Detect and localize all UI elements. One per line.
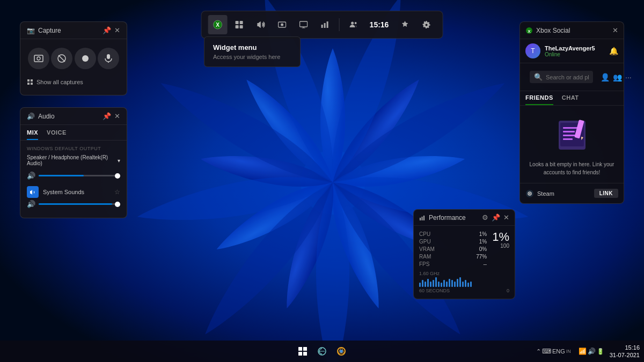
cpu-label: CPU: [419, 231, 430, 237]
svg-point-14: [351, 22, 354, 25]
gamebar-screen-icon[interactable]: [294, 15, 313, 34]
gpu-label: GPU: [419, 239, 431, 245]
audio-pin-icon[interactable]: 📌: [103, 112, 111, 120]
capture-panel-controls: 📌 ✕: [103, 26, 120, 34]
gamebar-settings-icon[interactable]: [416, 15, 436, 34]
steam-link-button[interactable]: LINK: [594, 189, 618, 198]
sparkline-bar: [454, 282, 456, 287]
gamebar-toolbar: X: [201, 11, 443, 39]
battery-icon[interactable]: 🔋: [597, 348, 604, 355]
svg-rect-26: [27, 83, 30, 85]
ram-label: RAM: [419, 254, 431, 260]
tray-up-arrow[interactable]: ⌃: [536, 348, 541, 355]
tab-mix[interactable]: MIX: [27, 129, 38, 140]
main-volume-slider[interactable]: [39, 175, 120, 176]
audio-panel-header: 🔊 Audio 📌 ✕: [20, 108, 127, 125]
svg-rect-42: [422, 217, 423, 220]
gamebar-time: 15:16: [365, 20, 393, 29]
svg-rect-12: [324, 23, 326, 28]
record-off-button[interactable]: [51, 48, 72, 69]
xbox-action-icons: 👤 👥 ···: [598, 73, 634, 82]
gamebar-divider: [339, 18, 340, 31]
gamebar-widget-icon[interactable]: [230, 15, 249, 34]
audio-icon: 🔊: [27, 113, 35, 120]
cpu-row: CPU 1%: [419, 231, 487, 237]
svg-rect-44: [298, 347, 302, 351]
tab-voice[interactable]: VOICE: [47, 129, 67, 140]
sparkline-bar: [425, 282, 426, 287]
screenshot-button[interactable]: [28, 48, 49, 69]
perf-settings-icon[interactable]: ⚙: [482, 213, 488, 221]
keyboard-icon[interactable]: ⌨: [542, 348, 551, 355]
start-button[interactable]: [294, 343, 311, 360]
record-button[interactable]: [75, 48, 96, 69]
vram-label: VRAM: [419, 246, 435, 252]
audio-device-selector[interactable]: Speaker / Headphone (Realtek(R) Audio) ▾: [20, 153, 127, 171]
perf-min-val: 0: [507, 288, 509, 293]
svg-rect-47: [303, 352, 307, 356]
cpu-sparkline: [419, 276, 509, 287]
taskbar-chrome-icon[interactable]: [333, 343, 350, 360]
svg-rect-22: [107, 54, 110, 59]
sparkline-bar: [435, 277, 437, 287]
svg-rect-34: [563, 135, 576, 136]
more-options-icon[interactable]: ···: [625, 73, 632, 82]
xbox-user-info: TheLazyAvenger5 Online: [545, 45, 609, 57]
svg-rect-13: [327, 21, 328, 28]
svg-rect-35: [563, 138, 573, 140]
sparkline-bar: [422, 280, 423, 287]
taskbar-browser-icon[interactable]: [313, 343, 331, 360]
xbox-social-header: X Xbox Social ✕: [520, 22, 624, 39]
xbox-social-panel: X Xbox Social ✕ T TheLazyAvenger5 Online…: [519, 21, 624, 204]
gamebar-stats-icon[interactable]: [316, 15, 335, 34]
main-volume-fill: [39, 175, 84, 176]
group-icon[interactable]: 👥: [613, 73, 622, 82]
volume-tray-icon[interactable]: 🔊: [588, 348, 596, 355]
svg-rect-33: [563, 131, 575, 132]
tab-friends[interactable]: FRIENDS: [525, 91, 553, 105]
capture-panel: 📷 Capture 📌 ✕: [20, 21, 127, 95]
sys-volume-slider[interactable]: [39, 203, 120, 205]
vram-row: VRAM 0%: [419, 246, 487, 252]
mic-button[interactable]: [98, 48, 119, 69]
svg-rect-6: [236, 25, 239, 28]
tab-chat[interactable]: CHAT: [562, 91, 579, 105]
gamebar-xbox-icon[interactable]: X: [208, 15, 228, 34]
gamebar-audio-icon[interactable]: [251, 15, 270, 34]
notification-bell-icon[interactable]: 🔔: [609, 47, 618, 55]
taskbar-right: ⌃ ⌨ ENG IN 📶 🔊 🔋 15:16 31-07-2021: [534, 344, 640, 359]
audio-close-icon[interactable]: ✕: [114, 112, 120, 120]
add-friend-icon[interactable]: 👤: [601, 73, 610, 82]
perf-close-icon[interactable]: ✕: [503, 213, 509, 221]
sparkline-bar: [470, 282, 472, 287]
svg-point-9: [281, 24, 283, 26]
svg-point-21: [82, 55, 89, 62]
taskbar-clock[interactable]: 15:16 31-07-2021: [610, 344, 640, 359]
audio-device-name: Speaker / Headphone (Realtek(R) Audio): [27, 154, 118, 166]
wifi-icon[interactable]: 📶: [579, 348, 587, 355]
main-volume-thumb: [115, 173, 120, 179]
svg-rect-46: [298, 352, 302, 356]
svg-rect-41: [420, 218, 421, 220]
favorite-icon[interactable]: ☆: [114, 188, 120, 196]
taskbar-center-icons: [294, 343, 350, 360]
ram-row: RAM 77%: [419, 254, 487, 260]
svg-text:X: X: [528, 29, 531, 34]
perf-pin-icon[interactable]: 📌: [492, 213, 500, 221]
pin-icon[interactable]: 📌: [103, 26, 111, 34]
svg-text:X: X: [216, 22, 219, 28]
sparkline-bar: [451, 280, 453, 287]
sparkline-bar: [441, 283, 442, 287]
cpu-val: 1%: [479, 231, 487, 237]
xbox-search-input[interactable]: [546, 74, 589, 80]
show-all-captures-button[interactable]: Show all captures: [20, 76, 127, 88]
gamebar-capture-icon[interactable]: [273, 15, 292, 34]
gamebar-social-icon[interactable]: [344, 15, 363, 34]
steam-label: Steam: [525, 189, 554, 198]
gamebar-achievement-icon[interactable]: [395, 15, 414, 34]
xbox-search-box[interactable]: 🔍: [530, 71, 593, 83]
close-capture-icon[interactable]: ✕: [114, 26, 120, 34]
close-xbox-icon[interactable]: ✕: [612, 26, 618, 34]
show-all-captures-label: Show all captures: [36, 79, 83, 85]
perf-title: Performance: [419, 214, 466, 221]
